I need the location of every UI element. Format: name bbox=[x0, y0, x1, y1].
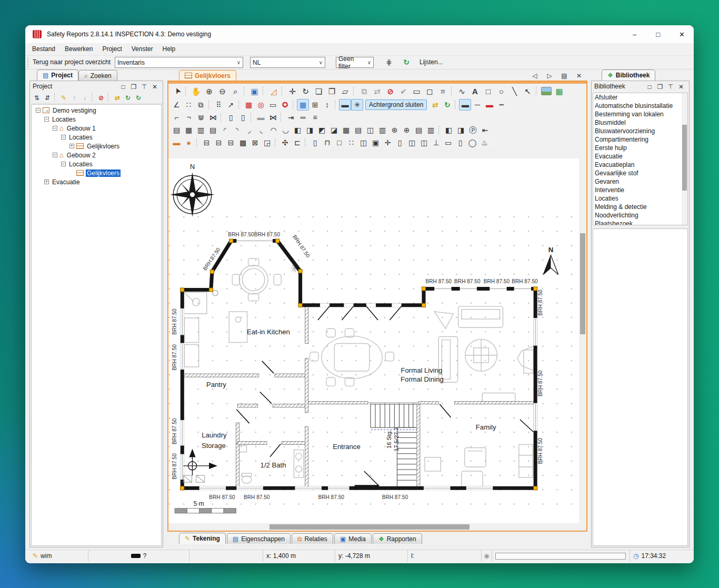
nav-close-icon[interactable]: ✕ bbox=[574, 71, 584, 81]
snap-endpoint-icon[interactable]: ∠ bbox=[171, 99, 183, 111]
wardrobe-icon[interactable]: ▯ bbox=[454, 137, 466, 148]
door-unit-icon[interactable]: ▯ bbox=[394, 137, 406, 148]
menu-project[interactable]: Project bbox=[97, 43, 126, 55]
vertical-scroll-thumb[interactable] bbox=[580, 233, 585, 334]
back-to-project-button[interactable]: Terug naar project overzicht bbox=[33, 56, 111, 69]
door-swing-icon[interactable]: ⋈ bbox=[207, 112, 219, 123]
menu-help[interactable]: Help bbox=[157, 43, 180, 55]
edit-icon[interactable]: ✎ bbox=[58, 93, 69, 103]
close-button[interactable]: ✕ bbox=[149, 82, 160, 92]
freeform-tool[interactable]: ∿ bbox=[455, 84, 468, 98]
stair-quarter2-icon[interactable]: ▥ bbox=[376, 124, 388, 136]
refresh-icon[interactable]: ↻ bbox=[401, 57, 412, 68]
tree-item-label[interactable]: Gebouw 1 bbox=[66, 125, 97, 132]
stair-u-shape2-icon[interactable]: ◪ bbox=[328, 124, 340, 136]
parallel-wall-icon[interactable]: ≡ bbox=[309, 112, 321, 123]
nav-back-icon[interactable]: ◁ bbox=[530, 71, 540, 81]
library-item-afsluiter[interactable]: Afsluiter bbox=[593, 93, 682, 102]
select-tool[interactable]: ➤ bbox=[168, 82, 186, 100]
tree-expander-icon[interactable]: − bbox=[53, 153, 57, 157]
confirm-tool[interactable]: ✔ bbox=[397, 84, 410, 98]
library-item-evacuatieplan[interactable]: Evacuatieplan bbox=[593, 161, 682, 169]
pan-tool[interactable]: ✋ bbox=[189, 84, 203, 98]
swap-icon[interactable]: ⇄ bbox=[112, 93, 123, 103]
window-unit-icon[interactable]: ◫ bbox=[357, 137, 370, 148]
stair-curved-1-icon[interactable]: ◜ bbox=[219, 124, 231, 136]
float-button[interactable]: ❐ bbox=[655, 82, 665, 92]
tree-item-locaties[interactable]: −Locaties bbox=[32, 115, 161, 124]
zoom-out-tool[interactable]: ⊖ bbox=[216, 84, 229, 98]
counter-icon[interactable]: ⊟ bbox=[201, 137, 213, 148]
refresh-icon[interactable]: ↻ bbox=[441, 99, 453, 111]
tree-item-evacuatie[interactable]: +Evacuatie bbox=[32, 177, 161, 186]
library-scroll-thumb[interactable] bbox=[682, 125, 687, 191]
sink-icon[interactable]: ⊥ bbox=[430, 137, 442, 148]
library-item-compartimentering[interactable]: Compartimentering bbox=[593, 135, 682, 144]
library-item-interventie[interactable]: Interventie bbox=[593, 186, 682, 194]
tree-item-label[interactable]: Locaties bbox=[68, 161, 94, 168]
library-item-evacuatie[interactable]: Evacuatie bbox=[593, 152, 682, 161]
image-tool[interactable]: ▧ bbox=[541, 87, 552, 95]
stair-narrow-icon[interactable]: ▥ bbox=[195, 124, 207, 136]
cabinet-icon[interactable]: □ bbox=[333, 137, 345, 148]
stair-turn-right-icon[interactable]: ◡ bbox=[279, 124, 292, 136]
tab-relaties[interactable]: ⧉Relaties bbox=[292, 533, 333, 544]
refresh-icon[interactable]: ↻ bbox=[133, 93, 144, 103]
filter-dropdown[interactable]: Geen filter ∨ bbox=[336, 57, 374, 68]
corner-unit-icon[interactable]: ◲ bbox=[261, 137, 273, 148]
tab-project[interactable]: ▤ Project bbox=[37, 69, 78, 81]
stair-u-shape-icon[interactable]: ◩ bbox=[316, 124, 328, 136]
library-item-plaatsbezoek[interactable]: Plaatsbezoek bbox=[593, 220, 682, 225]
tab-rapporten[interactable]: ❖Rapporten bbox=[373, 533, 422, 544]
snap-grid-icon[interactable]: ∷ bbox=[183, 99, 195, 111]
tab-tekening[interactable]: ✎Tekening bbox=[179, 533, 226, 544]
grid-red-icon[interactable]: ▦ bbox=[243, 99, 255, 111]
window-icon[interactable]: ⋈ bbox=[267, 112, 279, 123]
tree-item-gebouw-2[interactable]: −⌂Gebouw 2 bbox=[32, 151, 161, 160]
extent-icon[interactable]: ⊞ bbox=[309, 99, 321, 111]
stair-wide-icon[interactable]: ▤ bbox=[207, 124, 219, 136]
lift-left-icon[interactable]: ◧ bbox=[443, 124, 455, 136]
nav-list-icon[interactable]: ▤ bbox=[559, 71, 570, 81]
double-wall-icon[interactable]: ═ bbox=[297, 112, 309, 123]
library-item-bluswatervoorziening[interactable]: Bluswatervoorziening bbox=[593, 127, 682, 135]
wall-opening-icon[interactable]: ▯ bbox=[225, 112, 237, 123]
tree-item-label[interactable]: Gelijkvloers bbox=[86, 143, 121, 150]
canvas-horizontal-scrollbar[interactable] bbox=[168, 523, 579, 531]
wall-segment-icon[interactable]: ▬ bbox=[255, 112, 267, 123]
rotate-tool[interactable]: ↻ bbox=[299, 84, 312, 98]
library-item-melding-detectie[interactable]: Melding & detectie bbox=[593, 203, 682, 211]
stair-spiral-icon[interactable]: ⊛ bbox=[388, 124, 401, 136]
counter2-icon[interactable]: ⊟ bbox=[213, 137, 225, 148]
maximize-button[interactable]: □ bbox=[118, 82, 128, 92]
fit-screen-tool[interactable]: ▣ bbox=[248, 84, 261, 98]
table-cross-icon[interactable]: ✛ bbox=[382, 137, 394, 148]
horizontal-scroll-thumb[interactable] bbox=[269, 524, 470, 530]
line-thick-icon[interactable]: ▬ bbox=[459, 99, 471, 111]
maximize-button[interactable]: □ bbox=[644, 82, 655, 92]
stair-straight-arrow-icon[interactable]: ▦ bbox=[183, 124, 195, 136]
sideboard-icon[interactable]: ◫ bbox=[406, 137, 418, 148]
library-item-gevaarlijke-stof[interactable]: Gevaarlijke stof bbox=[593, 169, 682, 177]
grid-active-icon[interactable]: ▦ bbox=[297, 99, 309, 111]
rectangle-tool[interactable]: □ bbox=[482, 84, 495, 98]
tree-item-gebouw-1[interactable]: −⌂Gebouw 1 bbox=[32, 124, 161, 133]
menu-bewerken[interactable]: Bewerken bbox=[60, 43, 97, 55]
tree-item-locaties[interactable]: −Locaties bbox=[32, 133, 161, 142]
tree-item-label[interactable]: Locaties bbox=[68, 134, 94, 141]
stair-ramp-icon[interactable]: ▤ bbox=[413, 124, 425, 136]
compass-icon[interactable]: ✪ bbox=[279, 99, 291, 111]
ruler-icon[interactable]: ▬ bbox=[339, 99, 351, 111]
sort-alpha-icon[interactable]: ⇵ bbox=[42, 93, 53, 103]
tree-item-label[interactable]: Demo vestiging bbox=[52, 107, 97, 114]
hatch-area-icon[interactable]: ▩ bbox=[237, 137, 249, 148]
library-item-locaties[interactable]: Locaties bbox=[593, 194, 682, 203]
filter-funnel-icon[interactable]: ⋕ bbox=[383, 57, 395, 68]
tree-item-label[interactable]: Gelijkvloers bbox=[86, 170, 121, 177]
crop-tool[interactable]: ⌗ bbox=[436, 84, 450, 98]
menu-venster[interactable]: Venster bbox=[127, 43, 158, 55]
text-tool[interactable]: A bbox=[468, 84, 482, 98]
toilet-icon[interactable]: ◯ bbox=[466, 137, 478, 148]
move-up-icon[interactable]: ↑ bbox=[69, 93, 79, 103]
node-edit-tool[interactable]: ▱ bbox=[338, 84, 352, 98]
